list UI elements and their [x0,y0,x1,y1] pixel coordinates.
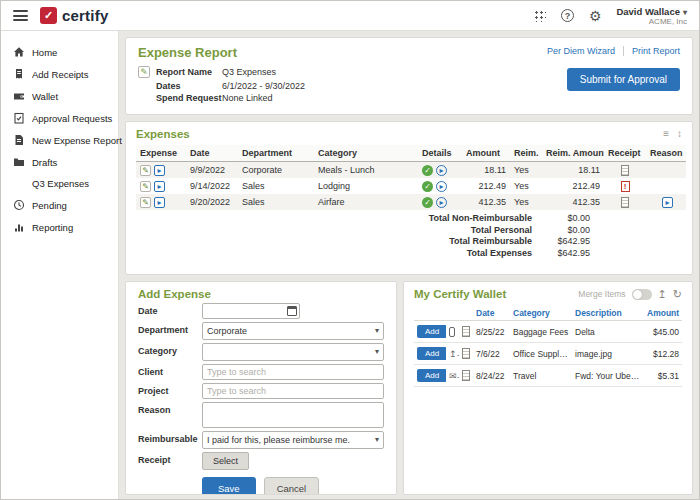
edit-report-name-icon[interactable]: ✎ [138,66,150,78]
help-icon[interactable]: ? [561,9,574,22]
per-diem-wizard-link[interactable]: Per Diem Wizard [547,46,615,56]
expense-category: Airfare [314,194,418,210]
total-value: $642.95 [532,248,590,258]
wallet-add-button[interactable]: Add [417,347,446,360]
wallet-amount: $5.31 [644,365,682,387]
expense-reim: Yes [510,178,542,194]
department-select[interactable]: Corporate [202,322,384,340]
print-report-link[interactable]: Print Report [623,46,680,56]
details-arrow-icon[interactable]: ▸ [436,197,447,208]
cancel-button[interactable]: Cancel [264,477,320,495]
wallet-add-button[interactable]: Add [417,369,446,382]
sidebar-item-approval-requests[interactable]: Approval Requests [1,107,118,129]
receipt-label: Receipt [138,452,202,465]
receipt-icon[interactable] [621,165,629,176]
dates-label: Dates [156,81,222,91]
reimbursable-select[interactable]: I paid for this, please reimburse me. [202,431,384,449]
col-reason: Reason [646,145,686,162]
expense-row: ✎▸ 9/9/2022 Corporate Meals - Lunch ✓▸ 1… [136,162,686,179]
table-menu-icon[interactable]: ≡ [663,128,669,139]
total-label: Total Reimbursable [449,236,532,246]
open-expense-icon[interactable]: ▸ [154,197,165,208]
wallet-date: 8/24/22 [473,365,510,387]
calendar-icon[interactable] [287,306,297,316]
sidebar-item-reporting[interactable]: Reporting [1,216,118,238]
details-arrow-icon[interactable]: ▸ [436,165,447,176]
category-row: Category [138,343,384,361]
total-value: $0.00 [532,213,590,223]
expense-date: 9/20/2022 [186,194,238,210]
sidebar-item-add-receipts[interactable]: Add Receipts [1,63,118,85]
expense-totals: Total Non-Reimbursable $0.00 Total Perso… [136,213,682,258]
receipt-icon[interactable] [462,326,470,337]
user-menu[interactable]: David Wallace▾ ACME, Inc [616,6,687,26]
add-expense-title: Add Expense [138,288,384,300]
report-name-value: Q3 Expenses [222,67,276,77]
certify-logo[interactable]: ✓ certify [40,7,108,24]
edit-expense-icon[interactable]: ✎ [140,181,151,192]
col-category: Category [314,145,418,162]
merge-items-toggle[interactable] [632,289,652,300]
gear-icon[interactable]: ⚙ [589,9,602,23]
sidebar-item-home[interactable]: Home [1,41,118,63]
save-button[interactable]: Save [202,477,256,495]
total-label: Total Expenses [467,248,532,258]
expense-row: ✎▸ 9/20/2022 Sales Airfare ✓▸ 412.35 Yes… [136,194,686,210]
edit-expense-icon[interactable]: ✎ [140,197,151,208]
expense-category: Meals - Lunch [314,162,418,179]
reason-row: Reason [138,402,384,428]
receipt-plus-icon [13,68,25,80]
reason-icon[interactable]: ▸ [662,197,673,208]
expense-reim-amount: 18.11 [542,162,604,179]
sidebar-item-new-expense-report[interactable]: New Expense Report [1,129,118,151]
sort-updown-icon[interactable]: ↕ [677,128,682,139]
sidebar-item-label: New Expense Report [32,135,122,146]
receipt-icon[interactable] [621,197,629,208]
apps-grid-icon[interactable] [534,10,546,22]
open-expense-icon[interactable]: ▸ [154,165,165,176]
wallet-row: Add ✉ 8/24/22 Travel Fwd: Your Uber Rece… [414,365,682,387]
hamburger-menu-icon[interactable] [13,10,28,21]
receipt-select-button[interactable]: Select [202,452,249,470]
wallet-amount: $45.00 [644,321,682,343]
expenses-panel: Expenses ≡ ↕ Expense Date Department Cat… [125,121,693,275]
top-header: ✓ certify ? ⚙ David Wallace▾ ACME, Inc [1,1,699,31]
col-reim-amount: Reim. Amount [542,145,604,162]
project-label: Project [138,383,202,396]
sidebar-item-drafts[interactable]: Drafts [1,151,118,173]
open-expense-icon[interactable]: ▸ [154,181,165,192]
wallet-col-description: Description [572,306,644,321]
policy-check-icon: ✓ [422,165,433,176]
sidebar: Home Add Receipts Wallet Approval Reques… [1,31,119,499]
reimbursable-row: Reimbursable I paid for this, please rei… [138,431,384,449]
total-row: Total Expenses $642.95 [136,248,682,258]
details-arrow-icon[interactable]: ▸ [436,181,447,192]
receipt-icon[interactable] [462,348,470,359]
total-value: $642.95 [532,236,590,246]
wallet-add-button[interactable]: Add [417,325,446,338]
company-name: ACME, Inc [616,17,687,26]
edit-expense-icon[interactable]: ✎ [140,165,151,176]
reason-label: Reason [138,402,202,415]
expenses-header-row: Expense Date Department Category Details… [136,145,686,162]
reason-textarea[interactable] [202,402,384,428]
project-input[interactable] [202,383,384,399]
submit-for-approval-button[interactable]: Submit for Approval [567,68,680,91]
date-input[interactable] [202,303,300,319]
export-icon[interactable]: ↥ [658,289,667,300]
wallet-description: image.jpg [572,343,644,365]
refresh-icon[interactable]: ↻ [673,289,682,300]
main-content: Expense Report Per Diem WizardPrint Repo… [119,31,699,499]
receipt-icon[interactable] [462,370,470,381]
total-row: Total Personal $0.00 [136,225,682,235]
sidebar-item-pending[interactable]: Pending [1,194,118,216]
receipt-row: Receipt Select [138,452,384,470]
certify-app: ✓ certify ? ⚙ David Wallace▾ ACME, Inc H… [0,0,700,500]
category-select[interactable] [202,343,384,361]
dates-value: 6/1/2022 - 9/30/2022 [222,81,305,91]
sidebar-item-wallet[interactable]: Wallet [1,85,118,107]
sidebar-item-q3-expenses[interactable]: Q3 Expenses [1,173,118,194]
sidebar-item-label: Approval Requests [32,113,112,124]
missing-receipt-icon[interactable]: ! [621,181,630,192]
client-input[interactable] [202,364,384,380]
